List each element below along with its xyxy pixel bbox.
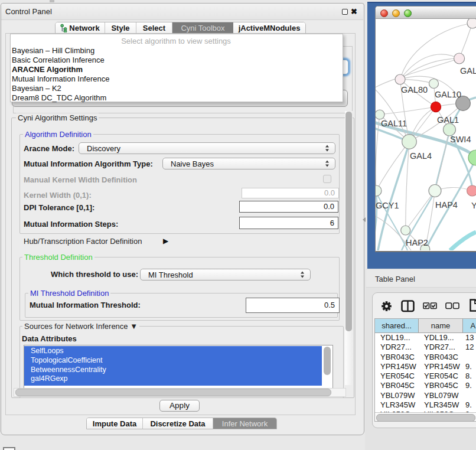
svg-text:GAL11: GAL11 bbox=[381, 119, 407, 128]
svg-text:GAL4: GAL4 bbox=[410, 151, 432, 161]
svg-text:GAL10: GAL10 bbox=[435, 90, 461, 99]
svg-text:HAP4: HAP4 bbox=[435, 200, 458, 210]
svg-text:SWI4: SWI4 bbox=[450, 135, 471, 144]
svg-text:GAL1: GAL1 bbox=[437, 115, 459, 125]
svg-text:GAL: GAL bbox=[460, 66, 476, 76]
svg-text:GCY1: GCY1 bbox=[376, 201, 399, 210]
svg-text:GAL80: GAL80 bbox=[401, 85, 428, 94]
svg-text:Y: Y bbox=[471, 201, 476, 210]
svg-text:HAP2: HAP2 bbox=[406, 238, 428, 247]
